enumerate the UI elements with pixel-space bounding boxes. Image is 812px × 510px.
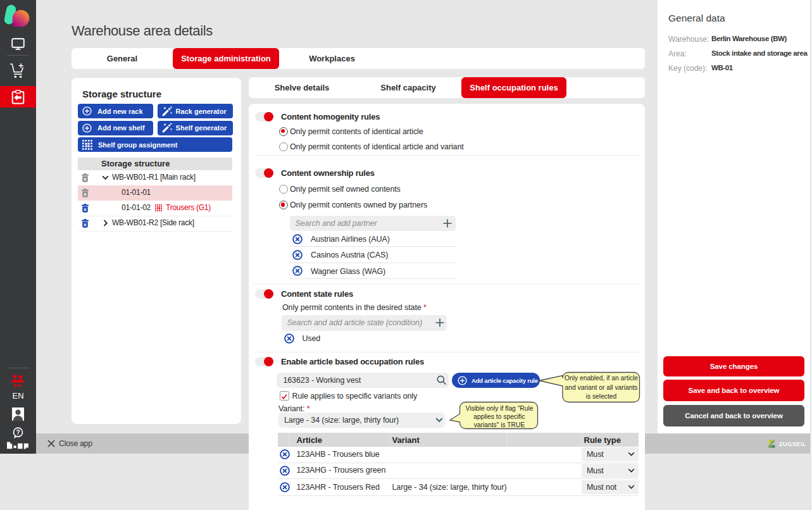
svg-text:?: ? <box>16 429 20 436</box>
